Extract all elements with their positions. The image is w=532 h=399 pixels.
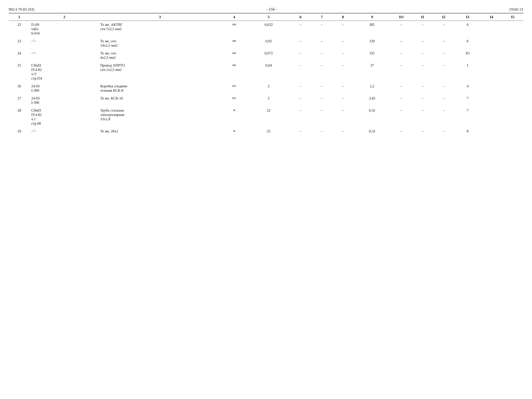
header-center: - 156 -	[266, 7, 277, 12]
table-row: 28СНиПIУ.4.82ч.1стр.68Труба стальнаяэлек…	[9, 107, 523, 127]
table-row: 23–"–То же, сеч.14х2,5 мм2км0,02–––320––…	[9, 37, 523, 49]
col-header-12: I2	[433, 13, 454, 21]
table-row: 2624-05I-389Коробка соедини-тельная КСК-…	[9, 82, 523, 95]
col-header-2: 2	[30, 13, 99, 21]
main-table: I 2 3 4 5 6 7 8 9 IO II I2 I3 I4 I5 22I5…	[9, 13, 523, 135]
header-left: 902-I-70.83 (XI)	[9, 7, 34, 12]
col-header-14: I4	[481, 13, 502, 21]
table-row: 29–"–То же, 28х2м25–––0,32–––8	[9, 127, 523, 135]
col-header-3: 3	[99, 13, 221, 21]
col-header-7: 7	[311, 13, 332, 21]
col-header-9: 9	[354, 13, 391, 21]
table-row: 24–"–То же, сеч.4х2,5 мм2км0,072–––I35––…	[9, 49, 523, 62]
table-row: 2724-05I-390То же, КСК-16шт2–––3,45–––7	[9, 95, 523, 107]
col-header-1: I	[9, 13, 30, 21]
table-row: 25СНиПIУ.4.82ч.Устр.I54Провод АПРТОсеч.1…	[9, 62, 523, 82]
header-right: 19182-11	[509, 7, 523, 12]
col-header-4: 4	[221, 13, 247, 21]
col-header-10: IO	[391, 13, 412, 21]
column-header-row: I 2 3 4 5 6 7 8 9 IO II I2 I3 I4 I5	[9, 13, 523, 21]
col-header-15: I5	[502, 13, 523, 21]
col-header-13: I3	[454, 13, 481, 21]
page-header: 902-I-70.83 (XI) - 156 - 19182-11	[9, 7, 523, 12]
col-header-8: 8	[332, 13, 354, 21]
col-header-6: 6	[290, 13, 311, 21]
table-row: 22I5-09табл.6-016То же, АКТВГсеч.7х2,5 м…	[9, 21, 523, 38]
col-header-11: II	[412, 13, 433, 21]
col-header-5: 5	[247, 13, 290, 21]
